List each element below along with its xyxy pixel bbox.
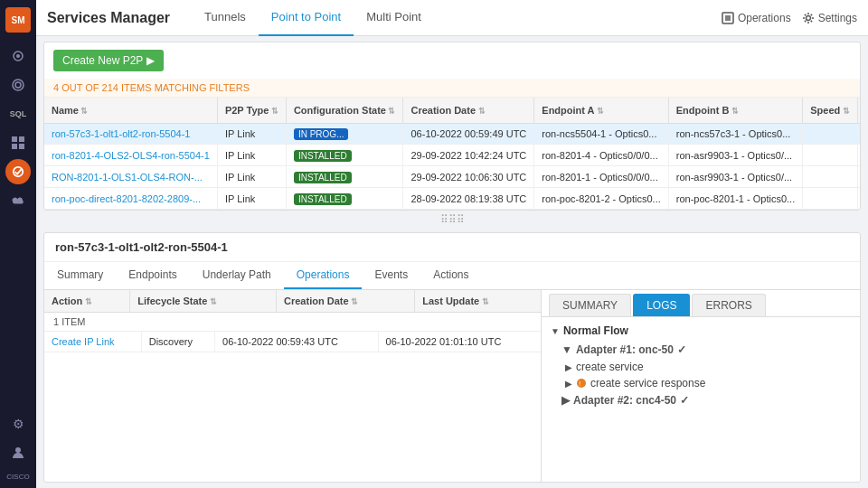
logs-tab-errors[interactable]: ERRORS — [692, 294, 765, 316]
service-response-icon: ! — [576, 378, 587, 389]
ops-cell-action: Create IP Link — [44, 332, 141, 352]
sidebar-icon-home[interactable] — [5, 43, 31, 69]
cell-config-state: IN PROG... — [286, 124, 403, 145]
drag-handle[interactable]: ⠿⠿⠿ — [36, 211, 868, 229]
col-creation-date[interactable]: Creation Date — [403, 98, 534, 124]
settings-icon — [802, 12, 815, 24]
tab-multi-point[interactable]: Multi Point — [354, 0, 434, 36]
cell-name: ron-poc-direct-8201-8202-2809-... — [44, 188, 217, 210]
cell-config-state: INSTALLED — [286, 166, 403, 188]
detail-title: ron-57c3-1-olt1-olt2-ron-5504-1 — [44, 233, 860, 262]
sidebar-icon-cloud[interactable] — [5, 188, 31, 213]
adapter1-label: Adapter #1: onc-50 — [576, 343, 674, 356]
settings-label: Settings — [818, 12, 857, 24]
detail-tabs: Summary Endpoints Underlay Path Operatio… — [44, 262, 860, 290]
ops-col-lifecycle[interactable]: Lifecycle State — [130, 290, 277, 313]
cell-name: ron-8201-4-OLS2-OLS4-ron-5504-1 — [44, 145, 217, 166]
ops-item-count: 1 ITEM — [44, 313, 541, 332]
sidebar-icon-user[interactable] — [5, 440, 31, 465]
cell-endpoint-a: ron-ncs5504-1 - Optics0... — [534, 124, 668, 145]
detail-tab-underlay-path[interactable]: Underlay Path — [190, 262, 284, 289]
logs-tabs: SUMMARY LOGS ERRORS — [542, 290, 860, 317]
svg-text:!: ! — [579, 380, 580, 388]
ops-col-creation[interactable]: Creation Date — [277, 290, 415, 313]
logs-tab-summary[interactable]: SUMMARY — [549, 294, 631, 316]
col-p2p-type[interactable]: P2P Type — [217, 98, 286, 124]
services-table: Name P2P Type Configuration State Creati… — [44, 98, 860, 210]
operations-button[interactable]: Operations — [722, 12, 791, 24]
adapter1-arrow: ▼ — [561, 343, 572, 356]
ops-table-section: Action Lifecycle State Creation Date Las… — [44, 290, 542, 482]
ops-col-update[interactable]: Last Update — [415, 290, 541, 313]
cell-endpoint-a: ron-8201-4 - Optics0/0/0... — [534, 145, 668, 166]
cell-config-state: INSTALLED — [286, 188, 403, 210]
svg-point-8 — [14, 167, 24, 177]
col-config-state[interactable]: Configuration State — [286, 98, 403, 124]
cell-name: ron-57c3-1-olt1-olt2-ron-5504-1 — [44, 124, 217, 145]
svg-point-3 — [15, 82, 21, 88]
sidebar-icon-monitor[interactable] — [5, 159, 31, 184]
logs-tab-logs[interactable]: LOGS — [633, 294, 690, 316]
tab-tunnels[interactable]: Tunnels — [192, 0, 259, 36]
table-row[interactable]: ron-poc-direct-8201-8202-2809-... IP Lin… — [44, 188, 860, 210]
services-table-wrapper: Name P2P Type Configuration State Creati… — [44, 98, 860, 210]
detail-tab-actions[interactable]: Actions — [420, 262, 481, 289]
content-area: Create New P2P ▶ 4 OUT OF 214 ITEMS MATC… — [36, 36, 868, 488]
log-adapter2: ▶ Adapter #2: cnc4-50 ✓ — [551, 391, 851, 409]
cell-endpoint-a: ron-8201-1 - Optics0/0/0... — [534, 166, 668, 188]
app-logo: SM — [5, 7, 31, 33]
services-table-panel: Create New P2P ▶ 4 OUT OF 214 ITEMS MATC… — [43, 42, 861, 211]
col-op-state[interactable]: Operational State — [857, 98, 860, 124]
table-row[interactable]: ron-8201-4-OLS2-OLS4-ron-5504-1 IP Link … — [44, 145, 860, 166]
table-row[interactable]: RON-8201-1-OLS1-OLS4-RON-... IP Link INS… — [44, 166, 860, 188]
filter-info: 4 OUT OF 214 ITEMS MATCHING FILTERS — [44, 79, 860, 98]
ops-table-row[interactable]: Create IP Link Discovery 06-10-2022 00:5… — [44, 332, 541, 352]
svg-point-1 — [16, 54, 20, 58]
svg-rect-7 — [19, 144, 24, 149]
settings-button[interactable]: Settings — [802, 12, 857, 24]
arrow-icon: ▶ — [146, 54, 155, 67]
cell-op-state: Up — [857, 188, 860, 210]
ops-cell-lifecycle: Discovery — [141, 332, 214, 352]
table-row[interactable]: ron-57c3-1-olt1-olt2-ron-5504-1 IP Link … — [44, 124, 860, 145]
sidebar-icon-apps[interactable] — [5, 130, 31, 155]
section-arrow: ▼ — [551, 326, 560, 336]
cell-endpoint-b: ron-ncs57c3-1 - Optics0... — [668, 124, 802, 145]
sidebar: SM SQL ⚙ CISCO — [0, 0, 36, 488]
adapter2-check: ✓ — [680, 394, 689, 407]
detail-tab-events[interactable]: Events — [362, 262, 420, 289]
col-endpoint-b[interactable]: Endpoint B — [668, 98, 802, 124]
ops-table: Action Lifecycle State Creation Date Las… — [44, 290, 541, 313]
table-toolbar: Create New P2P ▶ — [44, 42, 860, 79]
main-content: Services Manager Tunnels Point to Point … — [36, 0, 868, 488]
create-service-label: create service — [576, 361, 644, 373]
create-service-response-arrow: ▶ — [565, 379, 572, 389]
create-service-response-label: create service response — [590, 377, 705, 389]
col-name[interactable]: Name — [44, 98, 217, 124]
cell-creation-date: 29-09-2022 10:06:30 UTC — [403, 166, 534, 188]
cell-op-state — [857, 124, 860, 145]
log-normal-flow: ▼ Normal Flow ▼ Adapter #1: onc-50 ✓ ▶ c… — [551, 324, 851, 409]
cell-endpoint-a: ron-poc-8201-2 - Optics0... — [534, 188, 668, 210]
svg-point-9 — [15, 447, 21, 453]
detail-tab-operations[interactable]: Operations — [284, 262, 363, 289]
sidebar-icon-sql[interactable]: SQL — [5, 101, 31, 127]
col-endpoint-a[interactable]: Endpoint A — [534, 98, 668, 124]
col-speed[interactable]: Speed — [803, 98, 858, 124]
cell-creation-date: 06-10-2022 00:59:49 UTC — [403, 124, 534, 145]
sidebar-icon-settings[interactable]: ⚙ — [5, 411, 31, 436]
ops-col-action[interactable]: Action — [44, 290, 130, 313]
tab-point-to-point[interactable]: Point to Point — [259, 0, 354, 36]
sidebar-icon-network[interactable] — [5, 72, 31, 98]
log-adapter1: ▼ Adapter #1: onc-50 ✓ — [551, 341, 851, 359]
section-label: Normal Flow — [563, 324, 628, 337]
detail-tab-endpoints[interactable]: Endpoints — [116, 262, 189, 289]
create-p2p-button[interactable]: Create New P2P ▶ — [53, 50, 164, 71]
cell-op-state: Up — [857, 166, 860, 188]
operations-icon — [722, 12, 734, 24]
create-service-arrow: ▶ — [565, 362, 572, 372]
cell-creation-date: 28-09-2022 08:19:38 UTC — [403, 188, 534, 210]
cell-name: RON-8201-1-OLS1-OLS4-RON-... — [44, 166, 217, 188]
svg-rect-6 — [12, 144, 17, 149]
detail-tab-summary[interactable]: Summary — [44, 262, 116, 289]
